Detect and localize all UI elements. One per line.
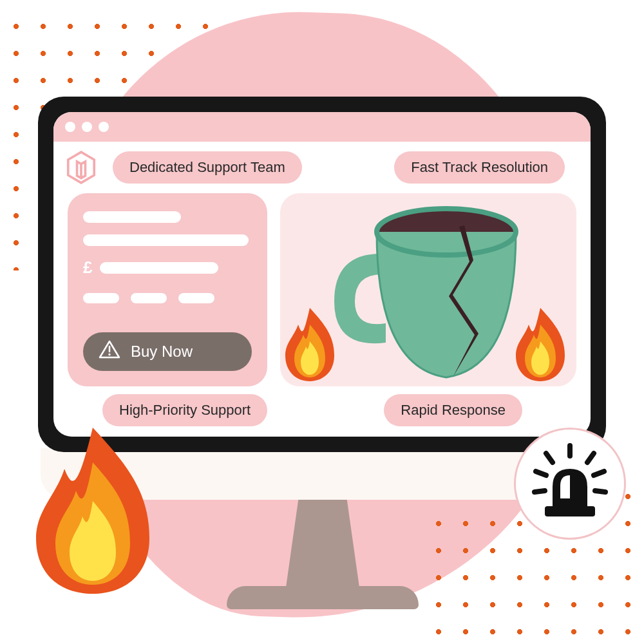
pill-fast-track: Fast Track Resolution xyxy=(394,151,565,184)
placeholder-chip xyxy=(178,293,214,303)
monitor-frame: Dedicated Support Team Fast Track Resolu… xyxy=(38,97,606,452)
window-control-dot xyxy=(82,122,92,132)
pill-dedicated-support: Dedicated Support Team xyxy=(113,151,302,184)
svg-line-5 xyxy=(546,453,553,462)
svg-point-1 xyxy=(108,354,110,355)
window-control-dot xyxy=(65,122,75,132)
magento-logo-icon xyxy=(66,151,96,184)
pill-high-priority: High-Priority Support xyxy=(102,394,267,426)
monitor-stand-base xyxy=(227,586,419,609)
fire-icon xyxy=(28,424,157,598)
placeholder-line xyxy=(83,211,181,223)
alarm-badge xyxy=(514,428,626,540)
product-form-panel: £ xyxy=(68,193,267,386)
svg-line-9 xyxy=(535,491,545,492)
placeholder-line xyxy=(100,262,218,274)
svg-line-7 xyxy=(536,471,546,475)
emergency-alarm-icon xyxy=(529,442,611,526)
svg-line-6 xyxy=(587,453,594,462)
warning-triangle-icon xyxy=(99,340,120,363)
window-control-dot xyxy=(99,122,109,132)
currency-symbol: £ xyxy=(83,258,92,278)
pill-rapid-response: Rapid Response xyxy=(384,394,522,426)
fire-icon xyxy=(281,305,338,383)
browser-window: Dedicated Support Team Fast Track Resolu… xyxy=(53,112,591,437)
browser-titlebar xyxy=(53,112,591,142)
option-row xyxy=(83,293,252,303)
svg-rect-11 xyxy=(545,506,595,516)
header-row: Dedicated Support Team Fast Track Resolu… xyxy=(53,142,591,191)
buy-now-button[interactable]: Buy Now xyxy=(83,332,252,371)
svg-line-8 xyxy=(594,471,604,475)
illustration-canvas: Dedicated Support Team Fast Track Resolu… xyxy=(0,0,644,644)
placeholder-chip xyxy=(131,293,167,303)
buy-now-label: Buy Now xyxy=(131,343,193,361)
product-image-panel xyxy=(280,193,576,386)
price-row: £ xyxy=(83,258,252,278)
placeholder-line xyxy=(83,234,249,246)
placeholder-chip xyxy=(83,293,119,303)
svg-line-10 xyxy=(595,491,605,492)
content-row: £ xyxy=(53,191,591,390)
fire-icon xyxy=(512,305,569,383)
broken-mug-icon xyxy=(329,200,533,386)
